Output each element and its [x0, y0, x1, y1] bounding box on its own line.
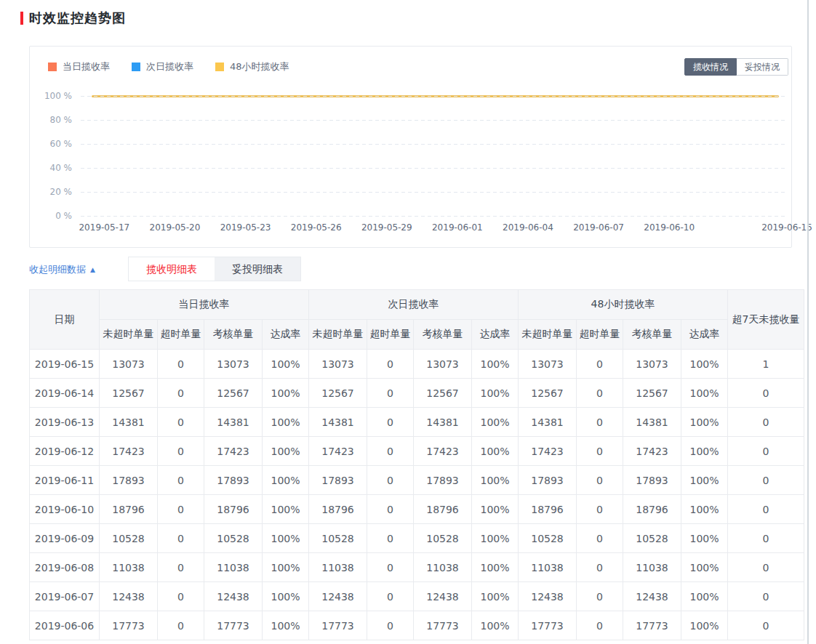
table-row: 2019-06-0617773017773100%17773017773100%… [30, 611, 804, 640]
title-accent-bar [20, 12, 23, 25]
cell-value: 100% [472, 466, 519, 495]
cell-value: 100% [681, 553, 728, 582]
column-group-header-2: 48小时揽收率 [519, 290, 728, 320]
cell-value: 100% [681, 350, 728, 379]
x-axis-tick-label: 2019-06-01 [432, 222, 483, 233]
column-subheader: 未超时单量 [100, 320, 158, 350]
cell-value: 17893 [204, 466, 263, 495]
gridline [81, 120, 787, 121]
tab-delivery-detail[interactable]: 妥投明细表 [215, 257, 300, 281]
legend-item-2[interactable]: 48小时揽收率 [215, 60, 289, 73]
cell-value: 12567 [100, 379, 158, 408]
cell-value: 0 [728, 582, 804, 611]
cell-value: 0 [728, 553, 804, 582]
page-header: 时效监控趋势图 [20, 11, 816, 25]
cell-value: 17423 [204, 437, 263, 466]
legend-swatch-icon [132, 63, 140, 71]
cell-value: 13073 [309, 350, 367, 379]
cell-value: 17773 [100, 611, 158, 640]
cell-value: 100% [263, 524, 309, 553]
cell-value: 11038 [519, 553, 577, 582]
cell-value: 0 [577, 379, 623, 408]
cell-value: 0 [367, 582, 414, 611]
cell-value: 13073 [204, 350, 263, 379]
cell-value: 100% [472, 437, 519, 466]
toggle-delivery-button[interactable]: 妥投情况 [737, 58, 788, 76]
cell-value: 17893 [100, 466, 158, 495]
cell-value: 11038 [623, 553, 681, 582]
x-axis-tick-label: 2019-05-20 [150, 222, 201, 233]
cell-date: 2019-06-06 [30, 611, 100, 640]
legend-item-1[interactable]: 次日揽收率 [132, 60, 193, 73]
cell-value: 17893 [414, 466, 472, 495]
cell-value: 100% [263, 495, 309, 524]
cell-value: 14381 [204, 408, 263, 437]
cell-value: 100% [263, 437, 309, 466]
cell-value: 0 [158, 466, 204, 495]
cell-value: 12567 [623, 379, 681, 408]
cell-value: 10528 [204, 524, 263, 553]
cell-value: 100% [681, 466, 728, 495]
cell-value: 0 [728, 408, 804, 437]
cell-value: 100% [681, 408, 728, 437]
y-axis-tick-label: 80 % [50, 115, 73, 125]
cell-value: 18796 [309, 495, 367, 524]
legend-item-0[interactable]: 当日揽收率 [48, 60, 110, 73]
cell-value: 14381 [309, 408, 367, 437]
cell-value: 0 [158, 553, 204, 582]
scrollbar[interactable] [807, 0, 809, 644]
cell-value: 12567 [309, 379, 367, 408]
x-axis-tick-label: 2019-06-15 [761, 222, 812, 233]
y-axis-tick-label: 40 % [50, 163, 73, 173]
cell-value: 14381 [414, 408, 472, 437]
cell-value: 18796 [100, 495, 158, 524]
cell-value: 0 [728, 524, 804, 553]
column-subheader: 考核单量 [414, 320, 472, 350]
x-axis-tick-label: 2019-05-29 [361, 222, 412, 233]
legend-label: 当日揽收率 [63, 60, 110, 73]
collapse-detail-link[interactable]: 收起明细数据 ▲ [29, 263, 95, 276]
cell-value: 0 [728, 437, 804, 466]
cell-date: 2019-06-11 [30, 466, 100, 495]
y-axis-tick-label: 20 % [50, 187, 73, 197]
cell-value: 100% [472, 350, 519, 379]
legend-swatch-icon [48, 63, 57, 71]
detail-table-tabs: 揽收明细表妥投明细表 [128, 257, 301, 281]
cell-value: 11038 [100, 553, 158, 582]
cell-value: 0 [158, 350, 204, 379]
column-subheader: 超时单量 [158, 320, 204, 350]
cell-value: 0 [367, 524, 414, 553]
cell-value: 100% [472, 553, 519, 582]
cell-date: 2019-06-10 [30, 495, 100, 524]
cell-value: 13073 [623, 350, 681, 379]
cell-value: 17773 [414, 611, 472, 640]
cell-value: 12567 [204, 379, 263, 408]
cell-value: 100% [263, 350, 309, 379]
cell-value: 10528 [309, 524, 367, 553]
cell-value: 17423 [100, 437, 158, 466]
cell-value: 11038 [309, 553, 367, 582]
cell-value: 12438 [519, 582, 577, 611]
cell-value: 100% [472, 582, 519, 611]
cell-value: 0 [158, 437, 204, 466]
cell-value: 0 [158, 582, 204, 611]
table-row: 2019-06-1314381014381100%14381014381100%… [30, 408, 804, 437]
cell-value: 10528 [519, 524, 577, 553]
cell-value: 10528 [100, 524, 158, 553]
cell-value: 100% [263, 553, 309, 582]
tab-pickup-detail[interactable]: 揽收明细表 [129, 257, 215, 281]
cell-value: 0 [728, 379, 804, 408]
cell-value: 0 [158, 524, 204, 553]
cell-value: 18796 [414, 495, 472, 524]
cell-value: 17773 [623, 611, 681, 640]
cell-value: 0 [158, 379, 204, 408]
cell-value: 13073 [519, 350, 577, 379]
cell-value: 1 [728, 350, 804, 379]
pickup-detail-table: 日期当日揽收率次日揽收率48小时揽收率超7天未揽收量未超时单量超时单量考核单量达… [29, 289, 804, 640]
legend-label: 48小时揽收率 [230, 60, 289, 73]
toggle-pickup-button[interactable]: 揽收情况 [684, 58, 737, 76]
cell-value: 17423 [309, 437, 367, 466]
cell-value: 0 [577, 408, 623, 437]
cell-value: 11038 [204, 553, 263, 582]
cell-value: 12438 [204, 582, 263, 611]
